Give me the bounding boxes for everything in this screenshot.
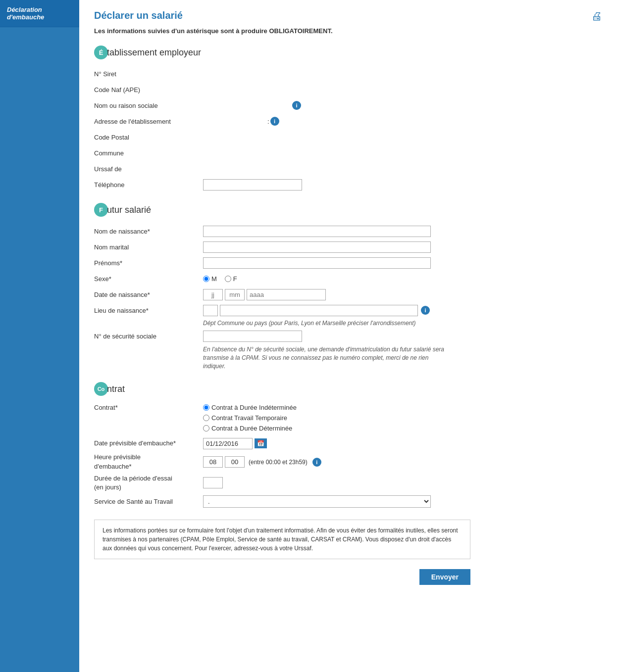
sexe-m-radio[interactable] <box>203 276 209 282</box>
num-secu-input[interactable] <box>203 331 302 342</box>
nom-raison-info-icon[interactable]: i <box>292 101 301 110</box>
contrat-ctt-radio[interactable] <box>203 415 209 421</box>
row-code-postal: Code Postal <box>94 131 602 144</box>
submit-button[interactable]: Envoyer <box>419 569 470 585</box>
commune-label: Commune <box>94 149 203 157</box>
naf-label: Code Naf (APE) <box>94 86 203 94</box>
section-bubble-contrat: Co <box>94 382 108 396</box>
lieu-naissance-dept[interactable] <box>203 305 218 316</box>
contrat-cdi-label[interactable]: Contrat à Durée Indéterminée <box>203 404 297 411</box>
heure-embauche-group: (entre 00:00 et 23h59) i <box>203 456 321 468</box>
date-embauche-input[interactable] <box>203 438 253 449</box>
mandatory-notice: Les informations suivies d'un astérisque… <box>94 27 333 35</box>
telephone-label: Téléphone <box>94 181 203 189</box>
siret-label: N° Siret <box>94 70 203 78</box>
section-title-contrat: ntrat <box>107 384 125 394</box>
row-service-sante: Service de Santé au Travail . <box>94 495 602 508</box>
nom-naissance-input[interactable] <box>203 226 431 237</box>
urssaf-label: Urssaf de <box>94 165 203 173</box>
heure-info-icon[interactable]: i <box>312 458 321 467</box>
section-etablissement: É tablissement employeur N° Siret Code N… <box>94 46 602 191</box>
service-sante-select[interactable]: . <box>203 495 431 508</box>
page-title: Déclarer un salarié <box>94 10 333 21</box>
row-nom-marital: Nom marital <box>94 240 602 253</box>
lieu-naissance-label: Lieu de naissance* <box>94 307 203 314</box>
contrat-cdd-radio[interactable] <box>203 425 209 432</box>
contrat-ctt-text: Contrat Travail Temporaire <box>211 414 287 422</box>
sexe-m-label[interactable]: M <box>203 275 217 283</box>
heure-hh-input[interactable] <box>203 456 223 468</box>
privacy-text: Les informations portées sur ce formulai… <box>103 527 458 552</box>
sidebar-item-declaration[interactable]: Déclaration d'embauche <box>0 0 79 27</box>
row-commune: Commune <box>94 146 602 159</box>
lieu-naissance-hint: Dépt Commune ou pays (pour Paris, Lyon e… <box>203 320 602 327</box>
telephone-input[interactable] <box>203 179 302 191</box>
date-embauche-group: 📅 <box>203 438 267 449</box>
contrat-cdd-label[interactable]: Contrat à Durée Déterminée <box>203 425 297 432</box>
date-naissance-month[interactable] <box>225 289 245 300</box>
date-naissance-label: Date de naissance* <box>94 291 203 298</box>
date-embauche-label: Date prévisible d'embauche* <box>94 439 203 448</box>
contrat-radio-group: Contrat à Durée Indéterminée Contrat Tra… <box>203 404 297 432</box>
date-naissance-group <box>203 289 326 300</box>
code-postal-label: Code Postal <box>94 134 203 141</box>
contrat-cdi-radio[interactable] <box>203 404 209 411</box>
sexe-f-label[interactable]: F <box>225 275 237 283</box>
row-periode-essai: Durée de la période d'essai(en jours) <box>94 474 602 492</box>
date-naissance-day[interactable] <box>203 289 223 300</box>
periode-essai-label: Durée de la période d'essai(en jours) <box>94 474 203 492</box>
row-heure-embauche: Heure prévisibled'embauche* (entre 00:00… <box>94 453 602 471</box>
sexe-f-text: F <box>233 275 237 283</box>
lieu-naissance-commune[interactable] <box>220 305 418 316</box>
row-siret: N° Siret <box>94 67 602 80</box>
contrat-ctt-label[interactable]: Contrat Travail Temporaire <box>203 414 297 422</box>
heure-embauche-label: Heure prévisibled'embauche* <box>94 453 203 471</box>
nom-raison-label: Nom ou raison sociale <box>94 102 203 109</box>
sexe-label: Sexe* <box>94 275 203 283</box>
service-sante-label: Service de Santé au Travail <box>94 498 203 505</box>
row-sexe: Sexe* M F <box>94 272 602 285</box>
sexe-radio-group: M F <box>203 275 237 283</box>
heure-mm-input[interactable] <box>225 456 245 468</box>
nom-marital-label: Nom marital <box>94 243 203 251</box>
row-date-embauche: Date prévisible d'embauche* 📅 <box>94 437 602 450</box>
contrat-cdd-text: Contrat à Durée Déterminée <box>211 425 292 432</box>
row-urssaf: Urssaf de <box>94 162 602 175</box>
row-prenoms: Prénoms* <box>94 256 602 269</box>
prenoms-input[interactable] <box>203 257 431 269</box>
prenoms-label: Prénoms* <box>94 259 203 267</box>
row-nom-raison: Nom ou raison sociale i <box>94 99 602 112</box>
row-telephone: Téléphone <box>94 178 602 191</box>
sexe-m-text: M <box>211 275 217 283</box>
section-futur-salarie: F utur salarié Nom de naissance* Nom mar… <box>94 203 602 370</box>
row-adresse: Adresse de l'établissement : i <box>94 115 602 128</box>
nom-naissance-label: Nom de naissance* <box>94 228 203 235</box>
sexe-f-radio[interactable] <box>225 276 231 282</box>
submit-row: Envoyer <box>94 569 470 585</box>
sidebar: Déclaration d'embauche <box>0 0 79 672</box>
adresse-info-icon[interactable]: i <box>270 117 279 126</box>
heure-hint: (entre 00:00 et 23h59) <box>249 459 308 466</box>
section-title-etablissement: tablissement employeur <box>107 48 201 58</box>
row-date-naissance: Date de naissance* <box>94 288 602 301</box>
privacy-notice: Les informations portées sur ce formulai… <box>94 520 470 559</box>
section-title-salarie: utur salarié <box>107 205 151 215</box>
date-embauche-calendar-btn[interactable]: 📅 <box>255 438 267 448</box>
contrat-label: Contrat* <box>94 404 203 411</box>
print-icon[interactable]: 🖨 <box>591 10 602 23</box>
section-bubble-etablissement: É <box>94 46 108 59</box>
periode-essai-input[interactable] <box>203 477 223 488</box>
contrat-cdi-text: Contrat à Durée Indéterminée <box>211 404 297 411</box>
row-num-secu: N° de sécurité sociale <box>94 330 602 342</box>
row-nom-naissance: Nom de naissance* <box>94 225 602 238</box>
row-lieu-naissance: Lieu de naissance* i <box>94 304 602 317</box>
num-secu-note: En l'absence du N° de sécurité sociale, … <box>203 345 451 370</box>
lieu-naissance-info-icon[interactable]: i <box>421 306 430 315</box>
row-naf: Code Naf (APE) <box>94 83 602 96</box>
main-content: Déclarer un salarié Les informations sui… <box>79 0 617 672</box>
num-secu-label: N° de sécurité sociale <box>94 333 203 340</box>
nom-marital-input[interactable] <box>203 241 431 253</box>
section-contrat: Co ntrat Contrat* Contrat à Durée Indéte… <box>94 382 602 508</box>
date-naissance-year[interactable] <box>247 289 326 300</box>
section-bubble-salarie: F <box>94 203 108 217</box>
